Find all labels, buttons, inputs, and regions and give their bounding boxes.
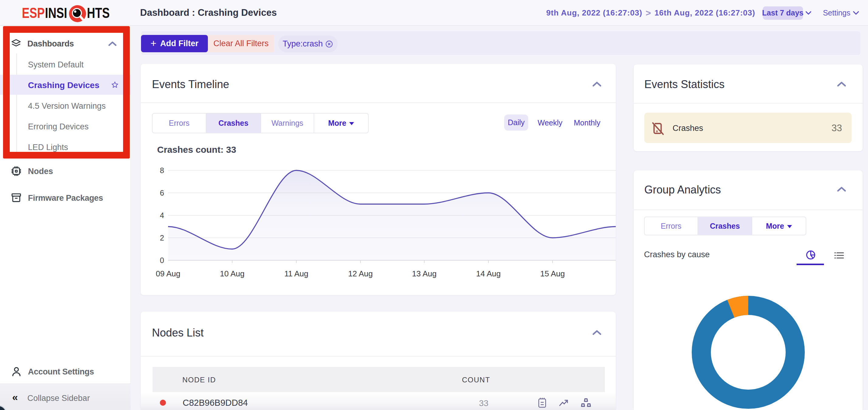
svg-text:8: 8 xyxy=(160,166,164,175)
svg-text:2: 2 xyxy=(160,234,164,242)
svg-text:14 Aug: 14 Aug xyxy=(476,269,501,278)
svg-text:09 Aug: 09 Aug xyxy=(156,269,181,278)
svg-text:15 Aug: 15 Aug xyxy=(540,269,565,278)
svg-text:6: 6 xyxy=(160,189,164,197)
svg-text:11 Aug: 11 Aug xyxy=(284,269,308,278)
svg-text:12 Aug: 12 Aug xyxy=(348,269,373,278)
svg-text:13 Aug: 13 Aug xyxy=(412,269,437,278)
svg-text:4: 4 xyxy=(160,211,164,219)
svg-text:0: 0 xyxy=(160,256,164,265)
svg-text:10 Aug: 10 Aug xyxy=(220,269,245,278)
